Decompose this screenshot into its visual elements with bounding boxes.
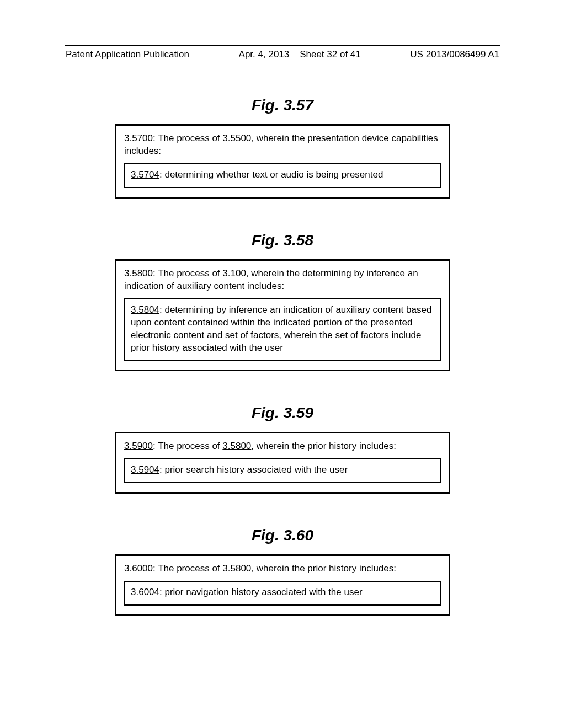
inner-box: 3.5704: determining whether text or audi… [124,163,441,188]
figure-block: Fig. 3.59 3.5900: The process of 3.5800,… [65,404,500,494]
inner-ref: 3.5704 [131,169,159,180]
header-sheet: Sheet 32 of 41 [300,49,361,60]
outer-ref: 3.6000 [124,563,153,574]
publication-label: Patent Application Publication [66,49,189,60]
inner-text: : determining whether text or audio is b… [159,169,383,180]
outer-ref2: 3.5800 [222,563,251,574]
header-center: Apr. 4, 2013 Sheet 32 of 41 [239,49,361,60]
outer-ref: 3.5800 [124,268,153,279]
inner-text: : prior navigation history associated wi… [159,587,363,597]
outer-box: 3.5900: The process of 3.5800, wherein t… [115,432,450,494]
outer-text: 3.5700: The process of 3.5500, wherein t… [124,132,441,158]
outer-box: 3.5800: The process of 3.100, wherein th… [115,259,450,372]
header-date: Apr. 4, 2013 [239,49,290,60]
outer-box: 3.6000: The process of 3.5800, wherein t… [115,554,450,616]
outer-text-1: : The process of [153,268,222,279]
figure-block: Fig. 3.57 3.5700: The process of 3.5500,… [65,97,500,199]
page-container: Patent Application Publication Apr. 4, 2… [65,0,500,616]
outer-text-2: , wherein the prior history includes: [251,441,396,451]
inner-ref: 3.6004 [131,587,159,597]
publication-number: US 2013/0086499 A1 [410,49,499,60]
outer-box: 3.5700: The process of 3.5500, wherein t… [115,124,450,199]
outer-text: 3.5800: The process of 3.100, wherein th… [124,267,441,293]
outer-text-2: , wherein the prior history includes: [251,563,396,574]
outer-text: 3.6000: The process of 3.5800, wherein t… [124,563,441,575]
outer-text-1: : The process of [153,441,222,451]
figure-title: Fig. 3.59 [65,404,500,422]
figure-block: Fig. 3.58 3.5800: The process of 3.100, … [65,232,500,372]
outer-text-1: : The process of [153,563,222,574]
figure-title: Fig. 3.58 [65,232,500,249]
content-area: Fig. 3.57 3.5700: The process of 3.5500,… [65,63,500,616]
outer-ref2: 3.100 [222,268,246,279]
inner-text: : determining by inference an indication… [131,304,431,353]
inner-text: : prior search history associated with t… [159,464,348,475]
inner-box: 3.5804: determining by inference an indi… [124,298,441,361]
header-rule [65,45,500,46]
page-header: Patent Application Publication Apr. 4, 2… [65,49,500,63]
inner-ref: 3.5804 [131,304,159,315]
outer-text: 3.5900: The process of 3.5800, wherein t… [124,440,441,453]
figure-block: Fig. 3.60 3.6000: The process of 3.5800,… [65,527,500,616]
outer-ref2: 3.5500 [222,133,251,143]
outer-text-1: : The process of [153,133,222,143]
outer-ref: 3.5900 [124,441,153,451]
figure-title: Fig. 3.57 [65,97,500,114]
outer-ref2: 3.5800 [222,441,251,451]
inner-box: 3.5904: prior search history associated … [124,458,441,483]
inner-ref: 3.5904 [131,464,159,475]
outer-ref: 3.5700 [124,133,153,143]
inner-box: 3.6004: prior navigation history associa… [124,581,441,606]
figure-title: Fig. 3.60 [65,527,500,544]
